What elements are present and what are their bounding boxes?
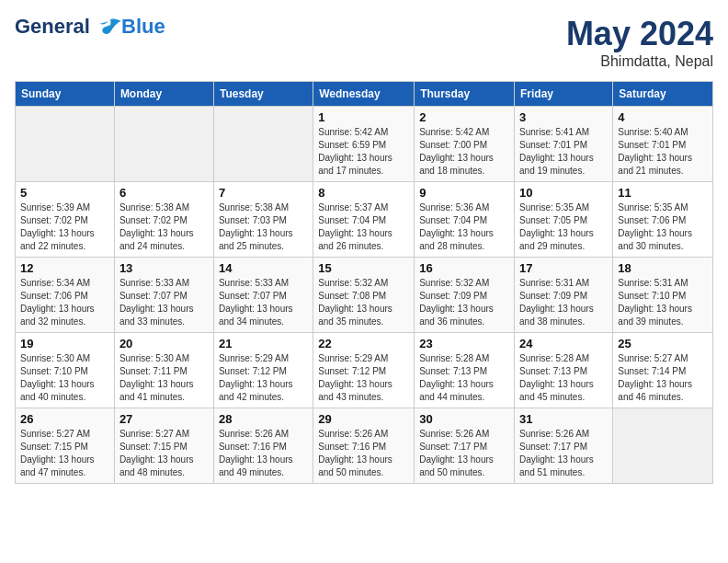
day-info: Sunrise: 5:33 AMSunset: 7:07 PMDaylight:… — [119, 277, 209, 328]
day-number: 26 — [20, 412, 109, 426]
day-number: 5 — [20, 186, 109, 200]
location-subtitle: Bhimdatta, Nepal — [566, 53, 713, 70]
day-number: 23 — [419, 337, 509, 350]
calendar-cell: 11Sunrise: 5:35 AMSunset: 7:06 PMDayligh… — [613, 182, 713, 258]
calendar-cell: 16Sunrise: 5:32 AMSunset: 7:09 PMDayligh… — [415, 258, 515, 333]
day-info: Sunrise: 5:39 AMSunset: 7:02 PMDaylight:… — [20, 201, 109, 253]
day-info: Sunrise: 5:28 AMSunset: 7:13 PMDaylight:… — [519, 352, 608, 404]
month-title: May 2024 — [566, 15, 713, 53]
calendar-cell: 19Sunrise: 5:30 AMSunset: 7:10 PMDayligh… — [16, 333, 115, 408]
day-info: Sunrise: 5:26 AMSunset: 7:16 PMDaylight:… — [219, 428, 308, 479]
logo-bird-icon — [97, 17, 123, 38]
calendar-cell — [213, 107, 313, 182]
title-block: May 2024 Bhimdatta, Nepal — [566, 15, 713, 70]
weekday-header-tuesday: Tuesday — [213, 82, 313, 107]
weekday-header-saturday: Saturday — [613, 82, 713, 107]
calendar-week-5: 26Sunrise: 5:27 AMSunset: 7:15 PMDayligh… — [16, 408, 713, 484]
page-header: General Blue May 2024 Bhimdatta, Nepal — [15, 15, 713, 70]
day-number: 18 — [618, 261, 708, 275]
calendar-cell: 2Sunrise: 5:42 AMSunset: 7:00 PMDaylight… — [415, 107, 515, 182]
calendar-cell: 28Sunrise: 5:26 AMSunset: 7:16 PMDayligh… — [213, 408, 313, 484]
calendar-cell: 17Sunrise: 5:31 AMSunset: 7:09 PMDayligh… — [515, 258, 613, 333]
day-number: 12 — [20, 261, 109, 275]
day-info: Sunrise: 5:36 AMSunset: 7:04 PMDaylight:… — [419, 201, 509, 253]
calendar-week-4: 19Sunrise: 5:30 AMSunset: 7:10 PMDayligh… — [16, 333, 713, 408]
day-number: 20 — [119, 337, 209, 350]
day-number: 9 — [419, 186, 509, 200]
calendar-cell: 18Sunrise: 5:31 AMSunset: 7:10 PMDayligh… — [613, 258, 713, 333]
day-info: Sunrise: 5:41 AMSunset: 7:01 PMDaylight:… — [519, 126, 608, 178]
day-number: 21 — [219, 337, 308, 350]
calendar-table: SundayMondayTuesdayWednesdayThursdayFrid… — [15, 81, 713, 484]
logo: General Blue — [15, 15, 165, 38]
calendar-cell: 27Sunrise: 5:27 AMSunset: 7:15 PMDayligh… — [114, 408, 213, 484]
calendar-cell — [613, 408, 713, 484]
day-number: 30 — [419, 412, 509, 426]
day-number: 7 — [219, 186, 308, 200]
calendar-week-3: 12Sunrise: 5:34 AMSunset: 7:06 PMDayligh… — [16, 258, 713, 333]
day-number: 2 — [419, 110, 509, 124]
day-info: Sunrise: 5:34 AMSunset: 7:06 PMDaylight:… — [20, 277, 109, 328]
day-info: Sunrise: 5:31 AMSunset: 7:09 PMDaylight:… — [519, 277, 608, 328]
weekday-header-wednesday: Wednesday — [313, 82, 415, 107]
day-number: 14 — [219, 261, 308, 275]
calendar-cell: 14Sunrise: 5:33 AMSunset: 7:07 PMDayligh… — [213, 258, 313, 333]
calendar-cell: 3Sunrise: 5:41 AMSunset: 7:01 PMDaylight… — [515, 107, 613, 182]
day-number: 25 — [618, 337, 708, 350]
weekday-header-friday: Friday — [515, 82, 613, 107]
day-number: 31 — [519, 412, 608, 426]
calendar-cell: 6Sunrise: 5:38 AMSunset: 7:02 PMDaylight… — [114, 182, 213, 258]
day-info: Sunrise: 5:38 AMSunset: 7:02 PMDaylight:… — [119, 201, 209, 253]
day-info: Sunrise: 5:26 AMSunset: 7:17 PMDaylight:… — [519, 428, 608, 479]
day-info: Sunrise: 5:40 AMSunset: 7:01 PMDaylight:… — [618, 126, 708, 178]
day-number: 6 — [119, 186, 209, 200]
calendar-cell: 1Sunrise: 5:42 AMSunset: 6:59 PMDaylight… — [313, 107, 415, 182]
calendar-header-row: SundayMondayTuesdayWednesdayThursdayFrid… — [16, 82, 713, 107]
calendar-week-2: 5Sunrise: 5:39 AMSunset: 7:02 PMDaylight… — [16, 182, 713, 258]
calendar-cell: 21Sunrise: 5:29 AMSunset: 7:12 PMDayligh… — [213, 333, 313, 408]
calendar-cell: 25Sunrise: 5:27 AMSunset: 7:14 PMDayligh… — [613, 333, 713, 408]
day-number: 3 — [519, 110, 608, 124]
day-info: Sunrise: 5:35 AMSunset: 7:05 PMDaylight:… — [519, 201, 608, 253]
calendar-cell: 12Sunrise: 5:34 AMSunset: 7:06 PMDayligh… — [16, 258, 115, 333]
weekday-header-monday: Monday — [114, 82, 213, 107]
day-number: 16 — [419, 261, 509, 275]
calendar-cell: 31Sunrise: 5:26 AMSunset: 7:17 PMDayligh… — [515, 408, 613, 484]
calendar-cell: 10Sunrise: 5:35 AMSunset: 7:05 PMDayligh… — [515, 182, 613, 258]
day-info: Sunrise: 5:33 AMSunset: 7:07 PMDaylight:… — [219, 277, 308, 328]
day-info: Sunrise: 5:27 AMSunset: 7:14 PMDaylight:… — [618, 352, 708, 404]
day-number: 15 — [318, 261, 409, 275]
day-info: Sunrise: 5:26 AMSunset: 7:16 PMDaylight:… — [318, 428, 409, 479]
calendar-cell: 20Sunrise: 5:30 AMSunset: 7:11 PMDayligh… — [114, 333, 213, 408]
calendar-cell: 23Sunrise: 5:28 AMSunset: 7:13 PMDayligh… — [415, 333, 515, 408]
logo-blue: Blue — [121, 15, 165, 38]
day-number: 10 — [519, 186, 608, 200]
day-number: 19 — [20, 337, 109, 350]
day-number: 8 — [318, 186, 409, 200]
calendar-cell: 5Sunrise: 5:39 AMSunset: 7:02 PMDaylight… — [16, 182, 115, 258]
day-number: 17 — [519, 261, 608, 275]
day-info: Sunrise: 5:37 AMSunset: 7:04 PMDaylight:… — [318, 201, 409, 253]
day-number: 27 — [119, 412, 209, 426]
day-info: Sunrise: 5:42 AMSunset: 7:00 PMDaylight:… — [419, 126, 509, 178]
calendar-cell — [16, 107, 115, 182]
day-number: 29 — [318, 412, 409, 426]
day-info: Sunrise: 5:28 AMSunset: 7:13 PMDaylight:… — [419, 352, 509, 404]
calendar-cell: 7Sunrise: 5:38 AMSunset: 7:03 PMDaylight… — [213, 182, 313, 258]
day-info: Sunrise: 5:30 AMSunset: 7:11 PMDaylight:… — [119, 352, 209, 404]
day-info: Sunrise: 5:27 AMSunset: 7:15 PMDaylight:… — [119, 428, 209, 479]
calendar-cell: 30Sunrise: 5:26 AMSunset: 7:17 PMDayligh… — [415, 408, 515, 484]
day-info: Sunrise: 5:32 AMSunset: 7:08 PMDaylight:… — [318, 277, 409, 328]
day-number: 4 — [618, 110, 708, 124]
day-info: Sunrise: 5:29 AMSunset: 7:12 PMDaylight:… — [318, 352, 409, 404]
day-info: Sunrise: 5:27 AMSunset: 7:15 PMDaylight:… — [20, 428, 109, 479]
weekday-header-thursday: Thursday — [415, 82, 515, 107]
weekday-header-sunday: Sunday — [16, 82, 115, 107]
day-number: 13 — [119, 261, 209, 275]
calendar-cell — [114, 107, 213, 182]
calendar-week-1: 1Sunrise: 5:42 AMSunset: 6:59 PMDaylight… — [16, 107, 713, 182]
logo-text: General — [15, 15, 123, 38]
calendar-cell: 24Sunrise: 5:28 AMSunset: 7:13 PMDayligh… — [515, 333, 613, 408]
calendar-cell: 4Sunrise: 5:40 AMSunset: 7:01 PMDaylight… — [613, 107, 713, 182]
day-info: Sunrise: 5:26 AMSunset: 7:17 PMDaylight:… — [419, 428, 509, 479]
